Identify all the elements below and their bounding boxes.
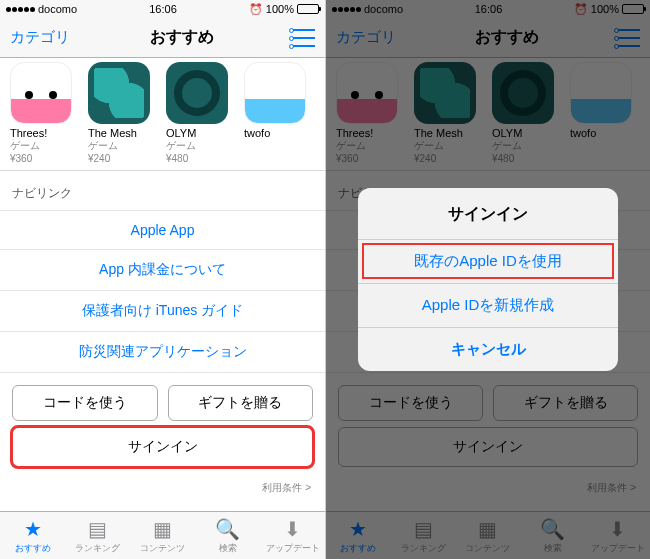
terms-link[interactable]: 利用条件 > [0, 477, 325, 503]
link-list: Apple App App 内課金について 保護者向け iTunes ガイド 防… [0, 210, 325, 373]
tab-ranking[interactable]: ▤ランキング [65, 512, 130, 559]
tab-update[interactable]: ⬇アップデート [260, 512, 325, 559]
status-bar: docomo 16:06 ⏰ 100% [0, 0, 325, 18]
alarm-icon: ⏰ [249, 3, 263, 16]
app-price: ¥360 [10, 153, 74, 164]
category-button[interactable]: カテゴリ [10, 28, 70, 47]
signin-alert: サインイン 既存のApple IDを使用 Apple IDを新規作成 キャンセル [358, 188, 618, 371]
screen-right: docomo 16:06 ⏰ 100% カテゴリ おすすめ Threes!ゲーム… [325, 0, 650, 559]
clock: 16:06 [149, 3, 177, 15]
signin-button[interactable]: サインイン [12, 427, 313, 467]
link-itunes-guide[interactable]: 保護者向け iTunes ガイド [0, 291, 325, 332]
update-icon: ⬇ [281, 517, 305, 541]
app-icon[interactable] [244, 62, 306, 124]
page-title: おすすめ [150, 27, 214, 48]
tab-featured[interactable]: ★おすすめ [0, 512, 65, 559]
gift-button[interactable]: ギフトを贈る [168, 385, 314, 421]
list-icon [293, 29, 315, 47]
modal-overlay[interactable]: サインイン 既存のApple IDを使用 Apple IDを新規作成 キャンセル [326, 0, 650, 559]
link-iap[interactable]: App 内課金について [0, 250, 325, 291]
app-icon[interactable] [88, 62, 150, 124]
alert-title: サインイン [358, 188, 618, 239]
app-name: Threes! [10, 127, 74, 139]
app-name: OLYM [166, 127, 230, 139]
app-name: twofo [244, 127, 308, 139]
signal-dots-icon [6, 7, 35, 12]
link-apple-app[interactable]: Apple App [0, 211, 325, 250]
app-category: ゲーム [88, 139, 152, 153]
navlink-header: ナビリンク [0, 171, 325, 210]
app-category: ゲーム [166, 139, 230, 153]
tab-search[interactable]: 🔍検索 [195, 512, 260, 559]
use-existing-appleid-button[interactable]: 既存のApple IDを使用 [358, 239, 618, 283]
apps-row[interactable]: Threes!ゲーム¥360The Meshゲーム¥240OLYMゲーム¥480… [0, 58, 325, 171]
app-price: ¥240 [88, 153, 152, 164]
code-button[interactable]: コードを使う [12, 385, 158, 421]
carrier-label: docomo [38, 3, 77, 15]
star-icon: ★ [21, 517, 45, 541]
battery-percent: 100% [266, 3, 294, 15]
app-icon[interactable] [10, 62, 72, 124]
tab-bar: ★おすすめ ▤ランキング ▦コンテンツ 🔍検索 ⬇アップデート [0, 511, 325, 559]
app-name: The Mesh [88, 127, 152, 139]
app-icon[interactable] [166, 62, 228, 124]
cancel-button[interactable]: キャンセル [358, 327, 618, 371]
screen-left: docomo 16:06 ⏰ 100% カテゴリ おすすめ Threes!ゲーム… [0, 0, 325, 559]
app-category: ゲーム [10, 139, 74, 153]
contents-icon: ▦ [151, 517, 175, 541]
app-item[interactable]: Threes!ゲーム¥360 [10, 62, 74, 164]
app-item[interactable]: The Meshゲーム¥240 [88, 62, 152, 164]
create-appleid-button[interactable]: Apple IDを新規作成 [358, 283, 618, 327]
search-icon: 🔍 [216, 517, 240, 541]
content: Threes!ゲーム¥360The Meshゲーム¥240OLYMゲーム¥480… [0, 58, 325, 511]
nav-bar: カテゴリ おすすめ [0, 18, 325, 58]
app-price: ¥480 [166, 153, 230, 164]
battery-icon [297, 4, 319, 14]
link-disaster[interactable]: 防災関連アプリケーション [0, 332, 325, 373]
ranking-icon: ▤ [86, 517, 110, 541]
app-item[interactable]: OLYMゲーム¥480 [166, 62, 230, 164]
app-item[interactable]: twofo [244, 62, 308, 164]
list-view-button[interactable] [293, 29, 315, 47]
tab-contents[interactable]: ▦コンテンツ [130, 512, 195, 559]
